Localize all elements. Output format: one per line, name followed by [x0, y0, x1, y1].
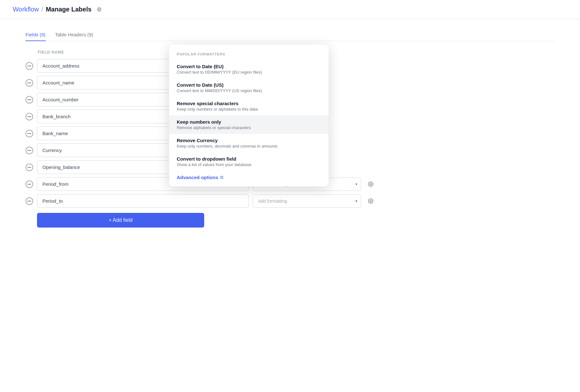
svg-point-8: [370, 183, 372, 185]
advanced-options-container: Advanced options ⧉: [169, 171, 329, 181]
remove-field-button[interactable]: [26, 96, 33, 104]
svg-point-10: [370, 200, 372, 202]
settings-gear-icon[interactable]: ⚙: [97, 6, 102, 13]
formatter-item-remove-special[interactable]: Remove special characters Keep only numb…: [169, 97, 329, 115]
formatter-popup: POPULAR FORMATTERS Convert to Date (EU) …: [169, 45, 329, 186]
formatter-item-keep-numbers[interactable]: Keep numbers only Remove alphabets or sp…: [169, 115, 329, 134]
field-input-period-to[interactable]: [37, 194, 249, 208]
page-title: Manage Labels: [46, 6, 91, 13]
format-select-container: Add formatting ▾: [253, 194, 361, 208]
remove-field-button[interactable]: [26, 163, 33, 171]
remove-field-button[interactable]: [26, 180, 33, 188]
tabs-container: Fields (9) Table Headers (9): [26, 29, 554, 41]
popup-section-label: POPULAR FORMATTERS: [169, 52, 329, 60]
svg-rect-2: [27, 99, 31, 100]
row-settings-icon[interactable]: [365, 178, 376, 190]
tab-table-headers[interactable]: Table Headers (9): [55, 29, 93, 41]
row-settings-icon[interactable]: [365, 195, 376, 207]
formatter-item-dropdown-field[interactable]: Convert to dropdown field Show a list of…: [169, 152, 329, 171]
formatter-item-remove-currency[interactable]: Remove Currency Keep only numbers, decim…: [169, 134, 329, 152]
svg-rect-0: [27, 66, 31, 66]
svg-rect-9: [27, 201, 31, 201]
svg-rect-6: [27, 167, 31, 168]
svg-rect-4: [27, 133, 31, 134]
tab-fields[interactable]: Fields (9): [26, 29, 46, 41]
remove-field-button[interactable]: [26, 130, 33, 137]
advanced-options-link[interactable]: Advanced options: [177, 175, 218, 180]
external-link-icon: ⧉: [220, 175, 223, 180]
formatter-item-date-us[interactable]: Convert to Date (US) Convert text to MM/…: [169, 78, 329, 97]
workflow-link[interactable]: Workflow: [13, 6, 39, 13]
remove-field-button[interactable]: [26, 113, 33, 120]
breadcrumb-separator: /: [41, 6, 43, 13]
remove-field-button[interactable]: [26, 197, 33, 205]
remove-field-button[interactable]: [26, 62, 33, 70]
header: Workflow / Manage Labels ⚙: [0, 0, 580, 19]
remove-field-button[interactable]: [26, 79, 33, 87]
svg-rect-3: [27, 116, 31, 117]
svg-rect-1: [27, 83, 31, 83]
table-row: Add formatting ▾: [26, 194, 376, 208]
formatter-item-date-eu[interactable]: Convert to Date (EU) Convert text to DD/…: [169, 60, 329, 78]
add-field-button[interactable]: + Add field: [37, 213, 204, 228]
svg-rect-5: [27, 150, 31, 151]
main-content: Fields (9) Table Headers (9) FIELD NAME: [0, 19, 580, 237]
format-select-period-to[interactable]: Add formatting: [253, 194, 361, 208]
remove-field-button[interactable]: [26, 147, 33, 154]
svg-rect-7: [27, 184, 31, 185]
